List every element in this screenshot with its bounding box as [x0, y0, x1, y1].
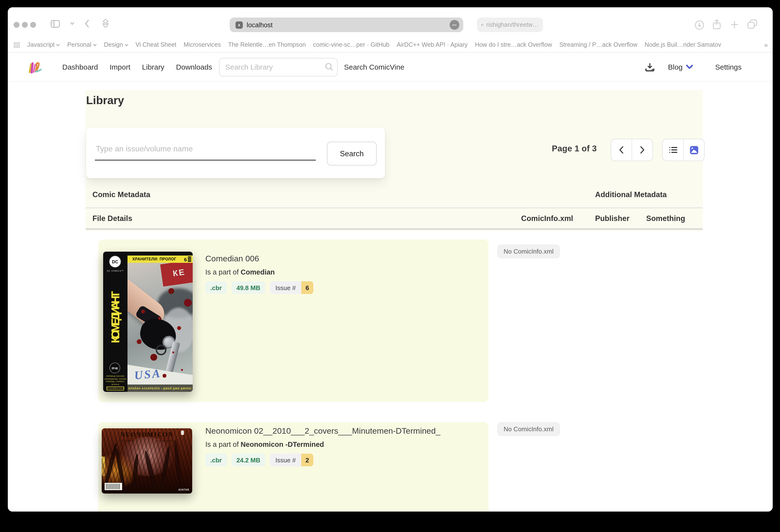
header-search — [219, 58, 338, 76]
gallery-view-button[interactable] — [683, 139, 704, 161]
bookmark-label: How do I stre…ack Overflow — [475, 41, 552, 48]
file-ext-badge: .cbr — [205, 281, 227, 294]
app-logo[interactable] — [27, 60, 42, 74]
settings-link[interactable]: Settings — [715, 63, 741, 71]
chevron-right-icon — [640, 146, 645, 154]
nav-dashboard[interactable]: Dashboard — [62, 63, 98, 71]
nav-library[interactable]: Library — [142, 63, 164, 71]
browser-toolbar: x localhost ••• rishighan/threetw… — [8, 7, 773, 38]
blog-label: Blog — [668, 63, 683, 71]
cover-banner: ХРАНИТЕЛИ: ПРОЛОГ 6 — [128, 255, 193, 263]
list-view-icon — [669, 146, 677, 153]
search-button[interactable]: Search — [327, 142, 377, 165]
blog-chevron-down-icon — [686, 65, 693, 69]
browser-window: x localhost ••• rishighan/threetw… — [8, 7, 773, 512]
bookmarks-bar: Javascript Personal Design Vi Cheat Shee… — [8, 38, 773, 53]
share-icon[interactable] — [712, 19, 721, 30]
cover-figure-glyph — [181, 430, 184, 435]
sidebar-toggle-icon[interactable] — [51, 20, 60, 28]
gallery-view-icon — [690, 146, 698, 154]
bookmark-item[interactable]: Node.js Buil…nder Samatov — [645, 41, 721, 48]
bookmark-item[interactable]: Streaming / P…ack Overflow — [559, 41, 637, 48]
bookmarks-overflow-icon[interactable]: » — [764, 41, 767, 49]
bookmark-item[interactable]: Microservices — [184, 41, 221, 48]
column-something: Something — [646, 214, 685, 223]
comic-cover-thumbnail[interactable]: NEONOMICON ALAN MOORE JACEN BURROWS AVAT… — [102, 428, 192, 493]
issue-badge: Issue # 2 — [270, 454, 313, 466]
issue-search-input[interactable] — [95, 138, 316, 161]
comic-row[interactable]: DC DC COMICS™ КОМЕДИАНТ ЯЧК ПЕРЕВОД: DIS… — [98, 239, 489, 402]
window-close-button[interactable] — [14, 22, 19, 28]
file-size-badge: 49.8 MB — [232, 281, 265, 294]
comic-row[interactable]: NEONOMICON ALAN MOORE JACEN BURROWS AVAT… — [98, 422, 489, 512]
file-ext-badge: .cbr — [205, 454, 227, 466]
address-bar[interactable]: x localhost ••• — [230, 17, 463, 32]
chevron-down-icon — [93, 44, 97, 46]
tab-overview-icon[interactable] — [747, 19, 758, 29]
download-tray-icon[interactable] — [645, 62, 654, 71]
header-right: Blog Settings — [645, 62, 761, 71]
bookmark-label: The Relentle…en Thompson — [228, 41, 306, 48]
bookmark-label: Javascript — [27, 41, 55, 48]
bookmark-item[interactable]: The Relentle…en Thompson — [228, 41, 306, 48]
pagination-controls — [611, 139, 653, 161]
window-minimize-button[interactable] — [22, 22, 28, 28]
bookmark-item[interactable]: Vi Cheat Sheet — [136, 41, 177, 48]
bookmark-item[interactable]: Design — [104, 41, 128, 48]
next-page-button[interactable] — [632, 139, 652, 161]
dc-logo: DC — [109, 255, 121, 268]
cover-credits: ПЕРЕВОД: DISCORD ОФОРМЛЕНИЕ: TOSTER ПОМО… — [103, 375, 128, 386]
comic-title[interactable]: Neonomicon 02__2010___2_covers___Minutem… — [205, 426, 440, 436]
back-button-icon[interactable] — [85, 19, 90, 28]
cover-credit-artist: JACEN BURROWS — [155, 439, 176, 442]
sidebar-chevron-icon[interactable] — [70, 22, 75, 25]
table-group-header-row: Comic Metadata Additional Metadata — [86, 182, 702, 208]
issue-badge: Issue # 6 — [270, 281, 313, 294]
search-comicvine-link[interactable]: Search ComicVine — [344, 63, 404, 71]
new-tab-icon[interactable] — [730, 20, 739, 29]
downloads-icon[interactable] — [695, 20, 704, 30]
cover-site: VK.DCCOMICS.CON.RU — [107, 386, 124, 390]
group-header-comic-metadata: Comic Metadata — [92, 190, 150, 199]
app-header: Dashboard Import Library Downloads Searc… — [8, 53, 773, 82]
comic-series-line: Is a part of Comedian — [205, 268, 313, 276]
more-options-icon[interactable]: ••• — [450, 20, 459, 30]
bookmark-item[interactable]: Personal — [67, 41, 97, 48]
nav-downloads[interactable]: Downloads — [176, 63, 212, 71]
cover-barcode — [105, 483, 122, 490]
bookmark-item[interactable]: AirDC++ Web API · Apiary — [397, 41, 468, 48]
cover-artwork: КЕ USA БРАЙАН АЗЗАРЕЛЛ — [128, 263, 193, 392]
screen: x localhost ••• rishighan/threetw… — [0, 0, 780, 532]
bookmark-item[interactable]: How do I stre…ack Overflow — [475, 41, 552, 48]
comic-cover-thumbnail[interactable]: DC DC COMICS™ КОМЕДИАНТ ЯЧК ПЕРЕВОД: DIS… — [103, 252, 193, 392]
comic-series-line: Is a part of Neonomicon -DTermined — [205, 440, 440, 448]
bookmark-label: Streaming / P…ack Overflow — [559, 41, 637, 48]
list-view-button[interactable] — [663, 139, 683, 161]
main-nav: Dashboard Import Library Downloads — [62, 63, 212, 71]
chevron-down-icon — [124, 44, 128, 46]
tab-title: rishighan/threetw… — [486, 21, 539, 28]
cover-spine: DC DC COMICS™ КОМЕДИАНТ ЯЧК ПЕРЕВОД: DIS… — [103, 252, 128, 392]
cover-title-vertical: КОМЕДИАНТ — [103, 275, 128, 361]
comic-title[interactable]: Comedian 006 — [205, 254, 313, 264]
reading-list-box-icon[interactable] — [101, 19, 110, 28]
blog-menu[interactable]: Blog — [668, 63, 693, 71]
bookmark-label: Personal — [67, 41, 92, 48]
comicinfo-status-badge: No ComicInfo.xml — [497, 422, 560, 436]
bookmark-label: Design — [104, 41, 123, 48]
column-file-details: File Details — [92, 214, 132, 223]
comic-badges: .cbr 24.2 MB Issue # 2 — [205, 454, 440, 466]
background-tab[interactable]: rishighan/threetw… — [477, 17, 543, 32]
bookmark-item[interactable]: Javascript — [27, 41, 60, 48]
nav-import[interactable]: Import — [110, 63, 131, 71]
window-zoom-button[interactable] — [30, 22, 36, 28]
cover-banner-text: ХРАНИТЕЛИ: ПРОЛОГ — [132, 257, 177, 261]
chevron-left-icon — [619, 146, 624, 154]
cover-banner-barcode — [188, 256, 191, 262]
bookmark-item[interactable]: comic-vine-sc…per · GitHub — [313, 41, 390, 48]
bookmarks-grid-icon[interactable] — [14, 42, 20, 47]
extension-badge-icon: x — [236, 21, 243, 29]
prev-page-button[interactable] — [611, 139, 632, 161]
header-search-input[interactable] — [219, 58, 338, 76]
cover-authors: БРАЙАН АЗЗАРЕЛЛО • ДЖЕЙ ДЖИ ДЖОНС — [129, 387, 192, 390]
